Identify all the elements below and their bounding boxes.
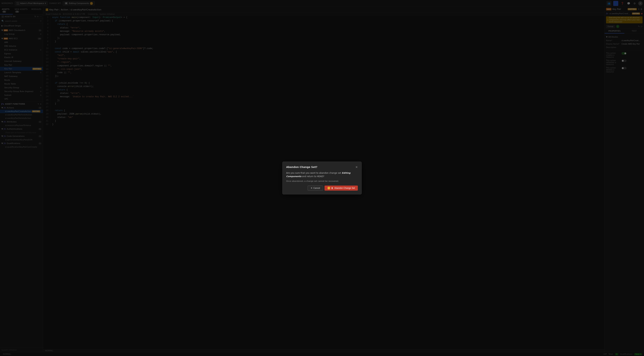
- abandon-badge: 2: [328, 187, 330, 189]
- modal-note: Once abandoned, a change set cannot be r…: [286, 179, 358, 183]
- abandon-button[interactable]: 2 🗑 Abandon Change Set: [324, 185, 358, 190]
- abandon-modal: Abandon Change Set? ✕ Are you sure that …: [282, 162, 362, 194]
- cancel-x-icon: ✕: [311, 187, 312, 189]
- trash-abandon-icon: 🗑: [331, 187, 333, 189]
- cancel-label: Cancel: [313, 187, 320, 189]
- modal-body: Are you sure that you want to abandon ch…: [286, 171, 358, 183]
- modal-close-button[interactable]: ✕: [356, 166, 358, 169]
- modal-header: Abandon Change Set? ✕: [286, 166, 358, 169]
- modal-body-suffix: and return to HEAD?: [302, 175, 324, 178]
- modal-footer: ✕ Cancel 2 🗑 Abandon Change Set: [286, 185, 358, 190]
- modal-title: Abandon Change Set?: [286, 166, 317, 169]
- modal-body-prefix: Are you sure that you want to abandon ch…: [286, 172, 341, 174]
- abandon-label: Abandon Change Set: [334, 187, 355, 189]
- cancel-button[interactable]: ✕ Cancel: [308, 185, 323, 190]
- modal-overlay[interactable]: Abandon Change Set? ✕ Are you sure that …: [0, 0, 644, 356]
